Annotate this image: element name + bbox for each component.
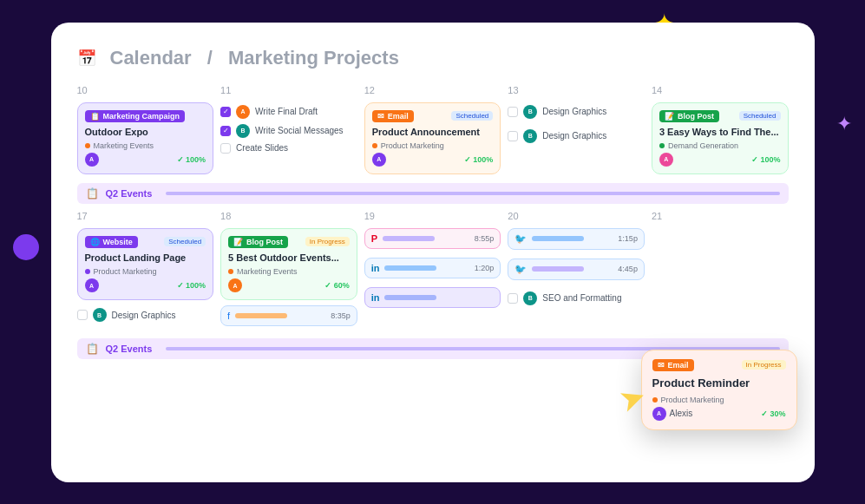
day-12-num: 12 xyxy=(364,85,501,95)
linkedin-icon: in xyxy=(371,263,380,273)
meta-dot xyxy=(228,269,233,274)
outdoor-events-title: 5 Best Outdoor Events... xyxy=(228,252,350,264)
day-21-col: 21 xyxy=(652,211,789,330)
day-19-num: 19 xyxy=(364,211,501,221)
checklist: ✓ A Write Final Draft ✓ B Write Social M… xyxy=(220,102,357,156)
day-14-num: 14 xyxy=(652,85,789,95)
week1-grid: 10 📋 Marketing Campaign Outdoor Expo Mar… xyxy=(77,85,789,174)
fb-icon: f xyxy=(227,311,230,321)
product-announcement-footer: A 100% xyxy=(372,153,494,167)
avatar: B xyxy=(93,308,107,322)
seo-checkbox[interactable] xyxy=(508,293,518,304)
popup-dot xyxy=(652,397,658,403)
blog-post-type: 📝 Blog Post xyxy=(659,110,719,122)
popup-pct: 30% xyxy=(761,409,786,418)
popup-email-type: ✉ Email xyxy=(652,359,694,371)
popup-card[interactable]: ✉ Email In Progress Product Reminder Pro… xyxy=(641,350,797,430)
avatar: A xyxy=(85,278,99,292)
page-title: Calendar / Marketing Projects xyxy=(105,47,404,69)
check-item-2[interactable]: ✓ B Write Social Messages xyxy=(220,121,357,141)
progress-badge: In Progress xyxy=(305,237,350,246)
avatar: B xyxy=(236,124,250,138)
outdoor-events-footer: A 60% xyxy=(228,278,350,292)
day-13-num: 13 xyxy=(508,85,645,95)
main-card: 📅 Calendar / Marketing Projects 10 📋 Mar… xyxy=(51,23,815,482)
avatar: B xyxy=(523,105,537,119)
outdoor-events-card[interactable]: 📝 Blog Post In Progress 5 Best Outdoor E… xyxy=(220,228,357,300)
social-card-linkedin[interactable]: in 1:20p xyxy=(364,258,501,278)
product-landing-title: Product Landing Page xyxy=(85,252,206,264)
tw2-time: 4:45p xyxy=(618,265,638,273)
tw-bar xyxy=(532,236,584,241)
meta-dot xyxy=(85,269,90,274)
section-bar-icon-1: 📋 xyxy=(86,187,99,200)
dg-row-2: B Design Graphics xyxy=(508,127,645,146)
email-type: ✉ Email xyxy=(372,110,414,122)
avatar: B xyxy=(523,129,537,143)
product-landing-card[interactable]: 🌐 Website Scheduled Product Landing Page… xyxy=(77,228,214,300)
dg-checkbox2[interactable] xyxy=(508,131,518,141)
day-11-num: 11 xyxy=(220,85,357,95)
outdoor-events-meta: Marketing Events xyxy=(228,267,350,276)
social-card-twitter1[interactable]: 🐦 1:15p xyxy=(508,228,645,250)
day-18-col: 18 📝 Blog Post In Progress 5 Best Outdoo… xyxy=(220,211,357,330)
social-card-twitter2[interactable]: 🐦 4:45p xyxy=(508,259,645,280)
pinterest-icon: P xyxy=(371,233,377,244)
checkbox-2[interactable]: ✓ xyxy=(220,126,231,136)
easy-find-meta: Demand Generation xyxy=(659,141,781,150)
easy-find-footer: A 100% xyxy=(659,153,781,167)
dg-checkbox[interactable] xyxy=(508,107,518,117)
dg-checkbox-17[interactable] xyxy=(77,310,88,320)
calendar-icon: 📅 xyxy=(77,49,96,68)
avatar: B xyxy=(523,291,537,305)
product-announcement-meta: Product Marketing xyxy=(372,141,494,150)
outdoor-expo-meta: Marketing Events xyxy=(85,141,206,150)
meta-dot xyxy=(659,143,665,148)
checkbox-1[interactable]: ✓ xyxy=(220,107,231,117)
avatar: A xyxy=(659,153,673,167)
avatar: A xyxy=(228,278,242,292)
social-card-pinterest[interactable]: P 8:55p xyxy=(364,228,501,249)
blog-post-card-14[interactable]: 📝 Blog Post Scheduled 3 Easy Ways to Fin… xyxy=(652,102,789,174)
check-item-3[interactable]: Create Slides xyxy=(220,141,357,156)
day-10-num: 10 xyxy=(77,85,214,95)
meta-dot xyxy=(85,143,90,148)
li-bar xyxy=(384,265,436,271)
day-17-col: 17 🌐 Website Scheduled Product Landing P… xyxy=(77,211,214,330)
twitter-icon: 🐦 xyxy=(514,233,527,245)
check-item-1[interactable]: ✓ A Write Final Draft xyxy=(220,102,357,121)
social-card-linkedin2[interactable]: in xyxy=(364,287,501,308)
avatar: A xyxy=(85,153,99,167)
tw-time: 1:15p xyxy=(618,234,638,243)
day-14-col: 14 📝 Blog Post Scheduled 3 Easy Ways to … xyxy=(652,85,789,174)
breadcrumb-sep: / xyxy=(207,47,213,69)
fb-bar xyxy=(235,313,287,318)
section-bar-label-2: Q2 Events xyxy=(106,344,153,354)
dg-row-seo: B SEO and Formatting xyxy=(508,289,645,308)
section-bar-label-1: Q2 Events xyxy=(106,188,153,199)
scheduled-badge: Scheduled xyxy=(739,111,781,121)
marketing-campaign-type: 📋 Marketing Campaign xyxy=(85,110,186,122)
outdoor-expo-title: Outdoor Expo xyxy=(85,126,206,138)
day-19-col: 19 P 8:55p in 1:20p in xyxy=(364,211,501,330)
easy-find-title: 3 Easy Ways to Find The... xyxy=(659,126,781,138)
product-landing-meta: Product Marketing xyxy=(85,267,206,276)
popup-title: Product Reminder xyxy=(652,376,786,391)
checkbox-3[interactable] xyxy=(220,143,231,154)
page-header: 📅 Calendar / Marketing Projects xyxy=(77,47,789,69)
social-card-fb[interactable]: f 8:35p xyxy=(220,305,357,326)
linkedin2-icon: in xyxy=(371,292,380,303)
section-bar-line xyxy=(166,192,779,195)
product-announcement-card[interactable]: ✉ Email Scheduled Product Announcement P… xyxy=(364,102,501,174)
blog-post-type-18: 📝 Blog Post xyxy=(228,236,288,248)
popup-badge: In Progress xyxy=(742,360,786,370)
pct-badge: 100% xyxy=(751,155,781,164)
outdoor-expo-card[interactable]: 📋 Marketing Campaign Outdoor Expo Market… xyxy=(77,102,214,174)
product-announcement-title: Product Announcement xyxy=(372,126,494,138)
pct-badge: 100% xyxy=(177,281,206,290)
twitter2-icon: 🐦 xyxy=(514,264,527,275)
day-12-col: 12 ✉ Email Scheduled Product Announcemen… xyxy=(364,85,501,174)
day-17-num: 17 xyxy=(77,211,214,221)
popup-footer: A Alexis 30% xyxy=(652,407,786,421)
pct-badge: 60% xyxy=(324,281,350,290)
